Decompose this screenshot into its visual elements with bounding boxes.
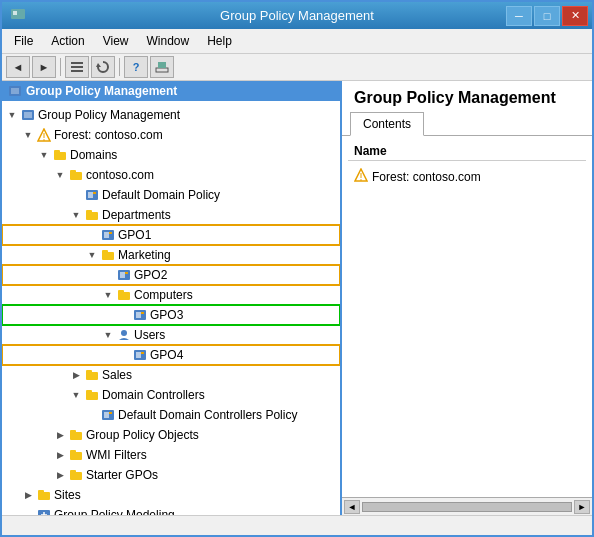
tree-node-gpm[interactable]: ▶ Group Policy Modeling (2, 505, 340, 515)
ddcp-label: Default Domain Controllers Policy (118, 408, 297, 422)
title-bar: Group Policy Management ─ □ ✕ (2, 2, 592, 29)
tree-node-dc[interactable]: ▼ Domain Controllers (2, 385, 340, 405)
expand-domains[interactable]: ▼ (36, 147, 52, 163)
tree-node-users[interactable]: ▼ Users (2, 325, 340, 345)
tree-node-root[interactable]: ▼ Group Policy Management (2, 105, 340, 125)
expand-computers[interactable]: ▼ (100, 287, 116, 303)
menu-bar: File Action View Window Help (2, 29, 592, 54)
expand-contoso[interactable]: ▼ (52, 167, 68, 183)
tree-node-gpo4[interactable]: ▶ GPO4 (2, 345, 340, 365)
menu-item-view[interactable]: View (95, 31, 137, 51)
window-icon (10, 6, 26, 25)
tree-node-sites[interactable]: ▶ Sites (2, 485, 340, 505)
scroll-thumb[interactable] (362, 502, 572, 512)
refresh-button[interactable] (91, 56, 115, 78)
svg-rect-30 (120, 272, 125, 278)
minimize-button[interactable]: ─ (506, 6, 532, 26)
expand-gpos[interactable]: ▶ (52, 427, 68, 443)
help-button[interactable]: ? (124, 56, 148, 78)
svg-rect-2 (71, 62, 83, 64)
tree-container[interactable]: ▼ Group Policy Management ▼ (2, 101, 340, 515)
tree-node-domains[interactable]: ▼ Domains (2, 145, 340, 165)
tree-node-marketing[interactable]: ▼ Marketing (2, 245, 340, 265)
dc-label: Domain Controllers (102, 388, 205, 402)
tree-node-ddcp[interactable]: ▶ Default Domain Controllers Policy (2, 405, 340, 425)
gpo3-icon (132, 307, 148, 323)
menu-item-action[interactable]: Action (43, 31, 92, 51)
tree-node-gpo2[interactable]: ▶ GPO2 (2, 265, 340, 285)
tab-contents[interactable]: Contents (350, 112, 424, 136)
gpo4-label: GPO4 (150, 348, 183, 362)
expand-departments[interactable]: ▼ (68, 207, 84, 223)
tree-node-forest[interactable]: ▼ Forest: contoso.com (2, 125, 340, 145)
tree-node-startergpos[interactable]: ▶ Starter GPOs (2, 465, 340, 485)
maximize-button[interactable]: □ (534, 6, 560, 26)
gpm-label: Group Policy Modeling (54, 508, 175, 515)
departments-icon (84, 207, 100, 223)
startergpos-label: Starter GPOs (86, 468, 158, 482)
content-row-forest[interactable]: Forest: contoso.com (348, 165, 586, 188)
sites-icon (36, 487, 52, 503)
left-panel: Group Policy Management ▼ Group Policy M… (2, 81, 342, 515)
expand-root[interactable]: ▼ (4, 107, 20, 123)
scroll-right-button[interactable]: ► (574, 500, 590, 514)
expand-forest[interactable]: ▼ (20, 127, 36, 143)
tree-node-sales[interactable]: ▶ Sales (2, 365, 340, 385)
users-icon (116, 327, 132, 343)
tree-node-ddp[interactable]: ▶ Default Domain Policy (2, 185, 340, 205)
svg-rect-46 (104, 412, 109, 418)
tree-node-gpos[interactable]: ▶ Group Policy Objects (2, 425, 340, 445)
toolbar: ◄ ► ? (2, 54, 592, 81)
back-button[interactable]: ◄ (6, 56, 30, 78)
toolbar-separator-2 (119, 58, 120, 76)
menu-item-window[interactable]: Window (139, 31, 198, 51)
svg-rect-4 (71, 70, 83, 72)
tabs-bar: Contents (342, 111, 592, 136)
wmif-icon (68, 447, 84, 463)
menu-item-file[interactable]: File (6, 31, 41, 51)
gpm-icon (36, 507, 52, 515)
tree-node-gpo1[interactable]: ▶ GPO1 (2, 225, 340, 245)
tree-node-departments[interactable]: ▼ Departments (2, 205, 340, 225)
expand-users[interactable]: ▼ (100, 327, 116, 343)
tree-node-computers[interactable]: ▼ Computers (2, 285, 340, 305)
svg-rect-36 (141, 312, 144, 314)
svg-rect-1 (13, 11, 17, 15)
expand-startergpos[interactable]: ▶ (52, 467, 68, 483)
expand-sites[interactable]: ▶ (20, 487, 36, 503)
marketing-icon (100, 247, 116, 263)
tree-node-wmif[interactable]: ▶ WMI Filters (2, 445, 340, 465)
scroll-left-button[interactable]: ◄ (344, 500, 360, 514)
gpm-header-icon (8, 84, 22, 98)
computers-icon (116, 287, 132, 303)
tree-node-contoso[interactable]: ▼ contoso.com (2, 165, 340, 185)
forward-button[interactable]: ► (32, 56, 56, 78)
svg-rect-51 (70, 450, 76, 454)
svg-rect-3 (71, 66, 83, 68)
svg-rect-26 (109, 232, 112, 234)
svg-rect-49 (70, 430, 76, 434)
svg-marker-5 (96, 63, 101, 67)
svg-rect-53 (70, 470, 76, 474)
expand-wmif[interactable]: ▶ (52, 447, 68, 463)
expand-sales[interactable]: ▶ (68, 367, 84, 383)
expand-marketing[interactable]: ▼ (84, 247, 100, 263)
horizontal-scrollbar[interactable]: ◄ ► (342, 499, 592, 515)
svg-rect-55 (38, 490, 44, 494)
menu-item-help[interactable]: Help (199, 31, 240, 51)
contoso-label: contoso.com (86, 168, 154, 182)
svg-point-64 (360, 179, 362, 181)
ddp-label: Default Domain Policy (102, 188, 220, 202)
export-button[interactable] (150, 56, 174, 78)
view-button[interactable] (65, 56, 89, 78)
svg-rect-44 (86, 390, 92, 394)
marketing-label: Marketing (118, 248, 171, 262)
expand-dc[interactable]: ▼ (68, 387, 84, 403)
close-button[interactable]: ✕ (562, 6, 588, 26)
tree-node-gpo3[interactable]: ▶ GPO3 (2, 305, 340, 325)
svg-rect-16 (54, 150, 60, 154)
gpo2-icon (116, 267, 132, 283)
svg-rect-42 (86, 370, 92, 374)
svg-rect-23 (86, 210, 92, 214)
gpos-icon (68, 427, 84, 443)
